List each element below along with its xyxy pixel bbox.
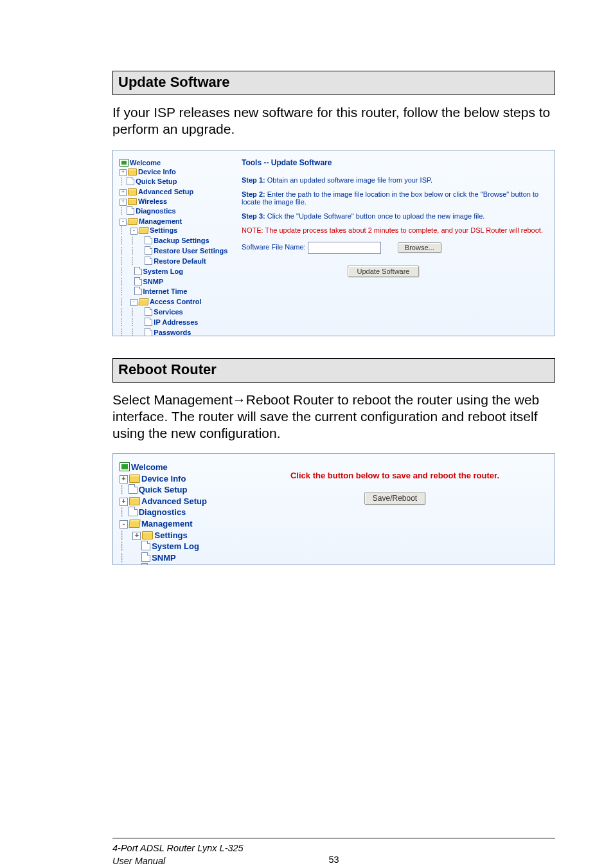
page-icon (145, 236, 152, 244)
nav-settings[interactable]: Settings (154, 530, 187, 540)
footer-product: 4-Port ADSL Router Lynx L-325 (112, 842, 555, 855)
nav-advanced-setup[interactable]: Advanced Setup (141, 496, 207, 506)
panel-reboot-router: Click the button below to save and reboo… (242, 462, 548, 565)
file-name-input[interactable] (308, 242, 381, 254)
page-icon (129, 484, 138, 494)
folder-icon (128, 198, 137, 205)
expand-icon[interactable]: + (120, 189, 127, 196)
page-icon (141, 563, 150, 565)
step2-text: Enter the path to the image file locatio… (242, 190, 538, 206)
welcome-icon (120, 462, 130, 471)
nav-management[interactable]: Management (141, 519, 192, 529)
page-footer: 4-Port ADSL Router Lynx L-325 User Manua… (112, 842, 555, 868)
footer-rule (112, 838, 555, 838)
screenshot-update-software: Welcome +Device Info ┊ Quick Setup +Adva… (112, 150, 555, 336)
page-icon (127, 177, 134, 185)
nav-quick-setup[interactable]: Quick Setup (136, 177, 177, 185)
page-icon (134, 277, 142, 285)
folder-open-icon (127, 218, 138, 225)
nav-passwords[interactable]: Passwords (154, 329, 191, 336)
nav-snmp[interactable]: SNMP (152, 553, 176, 563)
page-icon (141, 552, 150, 562)
intro-text-update-software: If your ISP releases new software for th… (112, 104, 555, 138)
step1-label: Step 1: (242, 176, 265, 184)
step3-text: Click the "Update Software" button once … (265, 212, 485, 220)
nav-system-log[interactable]: System Log (152, 541, 199, 551)
nav-quick-setup[interactable]: Quick Setup (139, 485, 188, 494)
step1-text: Obtain an updated software image file fr… (265, 176, 432, 184)
nav-backup-settings[interactable]: Backup Settings (154, 237, 209, 244)
nav-restore-user[interactable]: Restore User Settings (154, 247, 227, 255)
step2-label: Step 2: (242, 190, 265, 198)
folder-icon (128, 168, 137, 176)
nav-device-info[interactable]: Device Info (141, 474, 186, 484)
folder-icon (142, 531, 153, 539)
welcome-icon (120, 159, 129, 167)
arrow-icon: → (233, 392, 246, 407)
page-icon (127, 206, 134, 215)
section-heading-update-software: Update Software (112, 71, 555, 95)
expand-icon[interactable]: + (120, 169, 127, 176)
nav-ip-addresses[interactable]: IP Addresses (154, 318, 198, 326)
nav-tree: Welcome +Device Info ┊ Quick Setup +Adva… (120, 158, 235, 336)
nav-snmp[interactable]: SNMP (143, 278, 164, 285)
folder-open-icon (138, 298, 148, 305)
intro-text-reboot-router: Select Management→Reboot Router to reboo… (112, 392, 555, 442)
nav-internet-time[interactable]: Internet Time (152, 564, 204, 565)
page-icon (145, 328, 152, 336)
expand-icon[interactable]: + (120, 199, 127, 206)
file-label: Software File Name: (242, 243, 306, 251)
nav-diagnostics[interactable]: Diagnostics (136, 207, 175, 215)
screenshot-reboot-router: Welcome +Device Info ┊ Quick Setup +Adva… (112, 453, 555, 565)
nav-internet-time[interactable]: Internet Time (143, 287, 188, 295)
expand-icon[interactable]: + (132, 532, 141, 540)
page-icon (134, 287, 142, 295)
folder-icon (128, 188, 137, 195)
page-icon (134, 267, 142, 275)
expand-icon[interactable]: + (120, 498, 128, 506)
nav-device-info[interactable]: Device Info (138, 168, 176, 176)
nav-services[interactable]: Services (154, 308, 182, 316)
step3-label: Step 3: (242, 212, 265, 220)
collapse-icon[interactable]: - (120, 520, 128, 529)
nav-settings[interactable]: Settings (150, 226, 177, 234)
nav-welcome[interactable]: Welcome (130, 159, 161, 167)
panel-title: Tools -- Update Software (242, 158, 544, 167)
update-software-button[interactable]: Update Software (348, 266, 420, 277)
nav-restore-default[interactable]: Restore Default (154, 257, 206, 265)
nav-advanced-setup[interactable]: Advanced Setup (138, 188, 193, 195)
save-reboot-button[interactable]: Save/Reboot (364, 492, 425, 505)
page-icon (141, 541, 150, 550)
page-icon (145, 246, 152, 255)
folder-open-icon (138, 227, 148, 234)
section-heading-reboot-router: Reboot Router (112, 358, 555, 383)
expand-icon[interactable]: + (120, 475, 128, 484)
note-text: NOTE: The update process takes about 2 m… (242, 226, 544, 234)
browse-button[interactable]: Browse... (398, 242, 441, 253)
collapse-icon[interactable]: - (120, 219, 127, 226)
nav-management[interactable]: Management (139, 217, 182, 225)
reboot-text-before: Select Management (112, 392, 233, 407)
collapse-icon[interactable]: - (130, 299, 138, 306)
panel-update-software: Tools -- Update Software Step 1: Obtain … (235, 158, 548, 336)
page-icon (129, 507, 138, 516)
page-icon (145, 318, 152, 326)
nav-welcome[interactable]: Welcome (131, 462, 168, 472)
nav-system-log[interactable]: System Log (143, 267, 183, 275)
nav-wireless[interactable]: Wireless (138, 197, 167, 205)
nav-diagnostics[interactable]: Diagnostics (139, 507, 186, 517)
collapse-icon[interactable]: - (130, 228, 138, 235)
page-icon (145, 257, 152, 265)
nav-tree: Welcome +Device Info ┊ Quick Setup +Adva… (120, 462, 242, 565)
folder-open-icon (129, 520, 140, 528)
folder-icon (129, 497, 140, 505)
folder-icon (129, 475, 140, 483)
reboot-message: Click the button below to save and reboo… (242, 471, 548, 480)
nav-access-control[interactable]: Access Control (150, 298, 202, 305)
page-icon (145, 307, 152, 316)
page-number: 53 (328, 854, 339, 867)
